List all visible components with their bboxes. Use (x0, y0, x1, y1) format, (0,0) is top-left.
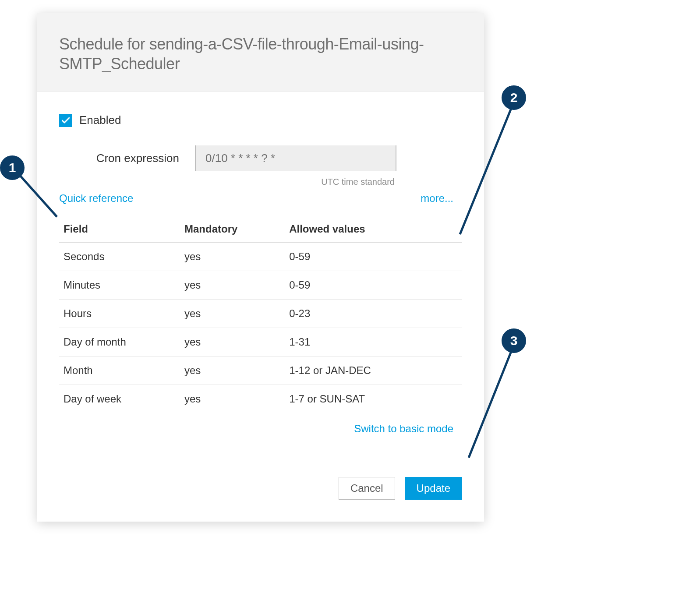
enabled-label: Enabled (79, 113, 121, 127)
dialog-title: Schedule for sending-a-CSV-file-through-… (59, 34, 462, 74)
cell-mandatory: yes (180, 357, 285, 385)
cell-allowed: 1-31 (285, 328, 462, 357)
cron-expression-label: Cron expression (59, 152, 195, 165)
cell-mandatory: yes (180, 385, 285, 413)
cron-expression-input[interactable] (195, 145, 396, 171)
schedule-dialog: Schedule for sending-a-CSV-file-through-… (37, 13, 484, 522)
quick-reference-link[interactable]: Quick reference (59, 192, 133, 205)
table-row: Day of month yes 1-31 (59, 328, 462, 357)
cell-mandatory: yes (180, 300, 285, 328)
cell-allowed: 0-59 (285, 243, 462, 271)
utc-note: UTC time standard (195, 174, 396, 187)
col-header-mandatory: Mandatory (180, 216, 285, 243)
dialog-body: Enabled Cron expression UTC time standar… (37, 92, 484, 452)
col-header-allowed: Allowed values (285, 216, 462, 243)
cell-field: Day of week (59, 385, 180, 413)
cell-field: Hours (59, 300, 180, 328)
enabled-checkbox[interactable] (59, 114, 72, 127)
table-row: Month yes 1-12 or JAN-DEC (59, 357, 462, 385)
cancel-button[interactable]: Cancel (339, 477, 395, 500)
switch-mode-row: Switch to basic mode (59, 423, 462, 435)
cell-allowed: 0-23 (285, 300, 462, 328)
switch-to-basic-mode-link[interactable]: Switch to basic mode (354, 423, 453, 434)
more-link[interactable]: more... (421, 192, 453, 205)
cell-allowed: 1-7 or SUN-SAT (285, 385, 462, 413)
table-row: Minutes yes 0-59 (59, 271, 462, 300)
cron-reference-table: Field Mandatory Allowed values Seconds y… (59, 216, 462, 413)
table-header-row: Field Mandatory Allowed values (59, 216, 462, 243)
cell-mandatory: yes (180, 243, 285, 271)
callout-badge-2: 2 (502, 85, 526, 110)
table-row: Day of week yes 1-7 or SUN-SAT (59, 385, 462, 413)
callout-badge-3: 3 (502, 328, 526, 353)
dialog-footer: Cancel Update (37, 452, 484, 522)
cell-field: Month (59, 357, 180, 385)
table-row: Hours yes 0-23 (59, 300, 462, 328)
table-body: Seconds yes 0-59 Minutes yes 0-59 Hours … (59, 243, 462, 413)
cell-field: Minutes (59, 271, 180, 300)
dialog-header: Schedule for sending-a-CSV-file-through-… (37, 13, 484, 92)
reference-links-row: Quick reference more... (59, 192, 462, 205)
col-header-field: Field (59, 216, 180, 243)
enabled-row: Enabled (59, 113, 462, 127)
cell-allowed: 1-12 or JAN-DEC (285, 357, 462, 385)
check-icon (62, 117, 70, 124)
callout-badge-1: 1 (0, 155, 25, 180)
cell-field: Day of month (59, 328, 180, 357)
table-row: Seconds yes 0-59 (59, 243, 462, 271)
cell-field: Seconds (59, 243, 180, 271)
cell-mandatory: yes (180, 328, 285, 357)
cron-row: Cron expression (59, 145, 462, 171)
update-button[interactable]: Update (405, 477, 462, 500)
cell-mandatory: yes (180, 271, 285, 300)
cell-allowed: 0-59 (285, 271, 462, 300)
